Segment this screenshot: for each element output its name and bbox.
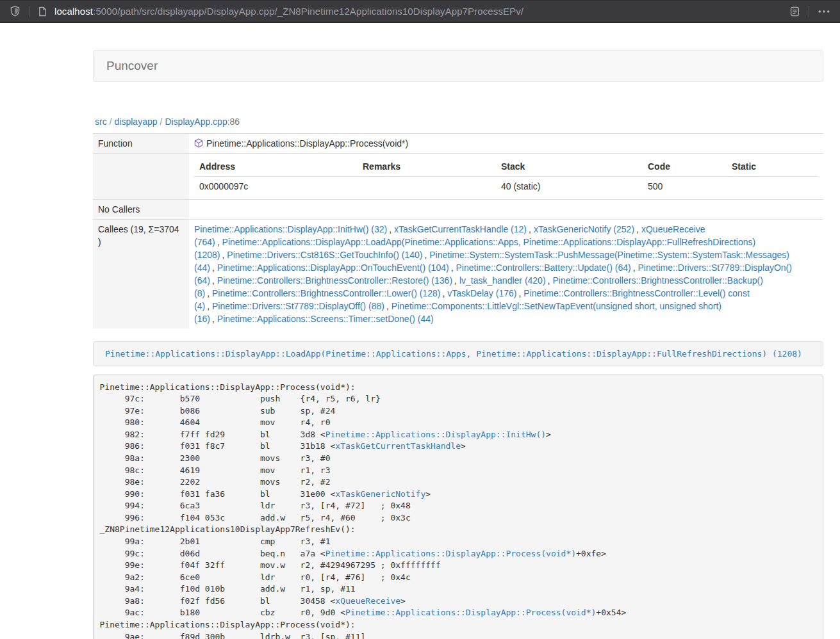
loadapp-link[interactable]: Pinetime::Applications::DisplayApp::Load… — [105, 349, 802, 359]
code-text: 9ae: f89d 300b ldrb.w r3, [sp, #11] — [100, 632, 366, 639]
code-text: Pinetime::Applications::DisplayApp::Proc… — [100, 620, 356, 629]
code-symbol-link[interactable]: Pinetime::Applications::DisplayApp::Init… — [325, 430, 546, 439]
col-header-code: Code — [643, 157, 727, 177]
code-text: 97e: b086 sub sp, #24 — [100, 406, 336, 416]
callee-separator: , — [548, 275, 550, 286]
code-text: > — [461, 441, 466, 451]
callee-separator: , — [451, 263, 454, 273]
callee-separator: , — [636, 224, 639, 234]
callee-link[interactable]: Pinetime::Drivers::St7789::DisplayOff() … — [212, 301, 384, 311]
code-text: 97c: b570 push {r4, r5, r6, lr} — [100, 394, 381, 403]
code-symbol-link[interactable]: xTaskGenericNotify — [335, 489, 425, 499]
code-text: _ZN8Pinetime12Applications10DisplayApp7R… — [100, 524, 356, 534]
toolbar-divider — [809, 6, 809, 17]
shield-icon[interactable] — [8, 6, 22, 17]
url-path: :5000/path/src/displayapp/DisplayApp.cpp… — [93, 6, 523, 17]
callee-separator: , — [212, 263, 215, 273]
function-detail-table: Address Remarks Stack Code Static 0x0000… — [194, 157, 818, 196]
code-text: +0x54> — [596, 608, 626, 617]
code-text: 9ac: b180 cbz r0, 9d0 < — [100, 608, 346, 617]
detail-value-row: 0x0000097c 40 (static) 500 — [194, 177, 818, 197]
callee-link[interactable]: xTaskGetCurrentTaskHandle (12) — [394, 224, 527, 234]
callee-separator: , — [389, 224, 391, 234]
callee-link[interactable]: xTaskGenericNotify (252) — [534, 224, 634, 234]
callee-separator: , — [212, 314, 215, 324]
code-text: 980: 4604 mov r4, r0 — [100, 417, 331, 427]
app-header: Puncover — [93, 50, 823, 82]
callee-separator: , — [222, 250, 224, 260]
callee-link[interactable]: Pinetime::Applications::DisplayApp::Init… — [194, 224, 387, 234]
callee-link[interactable]: Pinetime::Drivers::Cst816S::GetTouchInfo… — [227, 250, 422, 260]
reader-view-icon[interactable] — [787, 6, 802, 17]
code-text: 994: 6ca3 ldr r3, [r4, #72] ; 0x48 — [100, 501, 411, 510]
callee-link[interactable]: Pinetime::Applications::DisplayApp::OnTo… — [217, 263, 449, 273]
callee-separator: , — [207, 301, 210, 311]
callee-separator: , — [518, 288, 521, 298]
url-host: localhost — [54, 6, 93, 17]
callee-link[interactable]: vTaskDelay (176) — [447, 288, 516, 298]
function-detail-cell: Address Remarks Stack Code Static 0x0000… — [189, 154, 823, 200]
callees-label: Callees (19, Σ=3704 ) — [93, 220, 189, 329]
callee-link[interactable]: Pinetime::Controllers::BrightnessControl… — [212, 288, 440, 298]
breadcrumb-link-file[interactable]: DisplayApp.cpp — [165, 117, 227, 127]
callee-separator: , — [212, 275, 215, 286]
value-remarks — [358, 177, 496, 197]
code-text: > — [425, 489, 431, 499]
code-text: 9a4: f10d 010b add.w r1, sp, #11 — [100, 584, 356, 594]
page-icon[interactable] — [36, 6, 49, 17]
code-text: 99a: 2b01 cmp r3, #1 — [100, 537, 331, 546]
col-header-remarks: Remarks — [358, 157, 496, 177]
col-header-static: Static — [727, 157, 818, 177]
value-address: 0x0000097c — [194, 177, 358, 197]
code-text: 98e: 2202 movs r2, #2 — [100, 477, 331, 487]
function-detail-row: Address Remarks Stack Code Static 0x0000… — [93, 154, 823, 200]
code-text: 99c: d06d beq.n a7a < — [100, 549, 325, 558]
code-text: 99e: f04f 32ff mov.w r2, #4294967295 ; 0… — [100, 560, 441, 570]
code-text: 996: f104 053c add.w r5, r4, #60 ; 0x3c — [100, 513, 411, 522]
code-text: 9a8: f02f fd56 bl 30458 < — [100, 596, 336, 606]
brand-link[interactable]: Puncover — [94, 51, 167, 82]
function-name-cell: Pinetime::Applications::DisplayApp::Proc… — [189, 134, 823, 154]
url-bar[interactable]: localhost:5000/path/src/displayapp/Displ… — [54, 6, 787, 17]
callees-row: Callees (19, Σ=3704 ) Pinetime::Applicat… — [93, 220, 823, 329]
code-text: 990: f031 fa36 bl 31e00 < — [100, 489, 336, 499]
breadcrumb-link-displayapp[interactable]: displayapp — [115, 117, 158, 127]
no-callers-label: No Callers — [93, 200, 189, 220]
code-text: 986: f031 f8c7 bl 31b18 < — [100, 441, 336, 451]
code-text: Pinetime::Applications::DisplayApp::Proc… — [100, 382, 356, 392]
code-symbol-link[interactable]: Pinetime::Applications::DisplayApp::Proc… — [325, 549, 576, 558]
code-text: 982: f7ff fd29 bl 3d8 < — [100, 430, 325, 439]
callee-separator: , — [386, 301, 389, 311]
code-text: 98a: 2300 movs r3, #0 — [100, 453, 331, 463]
callee-link[interactable]: lv_task_handler (420) — [459, 275, 546, 286]
callee-separator: , — [633, 263, 636, 273]
more-menu-icon[interactable] — [816, 10, 832, 13]
col-header-address: Address — [194, 157, 358, 177]
highlight-panel: Pinetime::Applications::DisplayApp::Load… — [93, 341, 823, 366]
code-text: 98c: 4619 mov r1, r3 — [100, 465, 331, 475]
no-callers-row: No Callers — [93, 200, 823, 220]
code-symbol-link[interactable]: Pinetime::Applications::DisplayApp::Proc… — [345, 608, 596, 617]
callee-separator: , — [454, 275, 457, 286]
toolbar-divider — [29, 6, 29, 17]
callee-separator: , — [207, 288, 210, 298]
code-text: 9a2: 6ce0 ldr r0, [r4, #76] ; 0x4c — [100, 572, 411, 582]
code-text: > — [400, 596, 406, 606]
callees-list: Pinetime::Applications::DisplayApp::Init… — [189, 220, 823, 329]
disassembly-code-block: Pinetime::Applications::DisplayApp::Proc… — [93, 375, 823, 639]
code-symbol-link[interactable]: xTaskGetCurrentTaskHandle — [335, 441, 461, 451]
breadcrumb: src/displayapp/DisplayApp.cpp:86 — [95, 115, 823, 128]
code-symbol-link[interactable]: xQueueReceive — [335, 596, 400, 606]
detail-header-row: Address Remarks Stack Code Static — [194, 157, 818, 177]
row-label-function: Function — [93, 134, 189, 154]
function-row: Function Pinetime::Applications::Display… — [93, 134, 823, 154]
value-static — [727, 177, 818, 197]
callee-link[interactable]: Pinetime::Controllers::BrightnessControl… — [217, 275, 452, 286]
value-stack: 40 (static) — [496, 177, 643, 197]
function-table: Function Pinetime::Applications::Display… — [93, 133, 823, 328]
callee-link[interactable]: Pinetime::Controllers::Battery::Update()… — [456, 263, 631, 273]
value-code: 500 — [643, 177, 727, 197]
breadcrumb-link-src[interactable]: src — [95, 117, 107, 127]
callee-separator: , — [442, 288, 445, 298]
callee-link[interactable]: Pinetime::Applications::Screens::Timer::… — [217, 314, 434, 324]
